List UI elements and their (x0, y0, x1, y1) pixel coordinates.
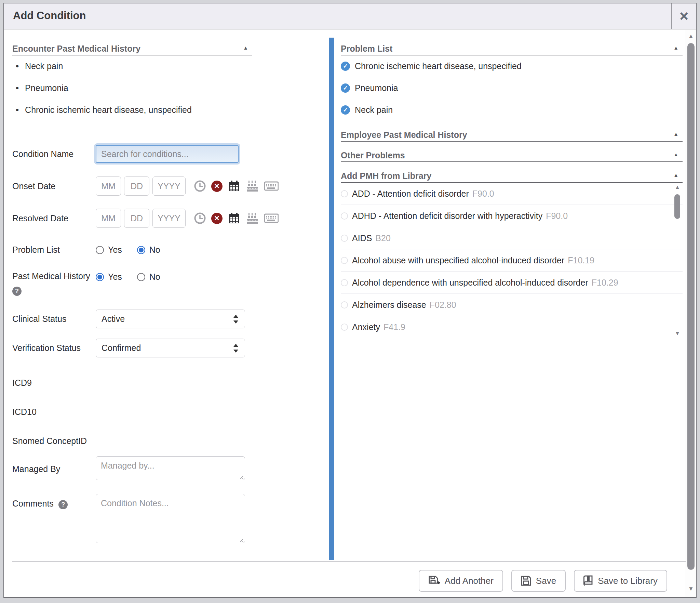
library-item[interactable]: Alzheimers disease F02.80 (341, 294, 683, 316)
help-icon[interactable]: ? (12, 287, 22, 296)
problem-item[interactable]: ✓ Neck pain (341, 99, 683, 121)
radio-unchecked-icon[interactable] (341, 190, 348, 197)
condition-search-input[interactable] (96, 145, 239, 163)
collapse-icon[interactable]: ▲ (673, 152, 678, 157)
library-item-code: B20 (375, 233, 390, 243)
other-problems-header[interactable]: Other Problems ▲ (341, 142, 683, 162)
add-another-label: Add Another (445, 576, 494, 586)
radio-unchecked-icon[interactable] (341, 257, 348, 264)
add-pmh-library-header[interactable]: Add PMH from Library ▲ (341, 162, 683, 183)
problem-list-yes-option[interactable]: Yes (96, 245, 122, 255)
x-glyph: ✕ (214, 182, 220, 190)
keyboard-icon[interactable] (264, 181, 279, 191)
clock-icon[interactable] (194, 212, 206, 224)
select-arrows-icon (233, 344, 239, 353)
library-item-name: Alcohol abuse with unspecified alcohol-i… (352, 255, 564, 265)
library-item[interactable]: ADHD - Attention deficit disorder with h… (341, 205, 683, 227)
problem-item-label: Chronic ischemic heart disease, unspecif… (355, 61, 522, 71)
verification-status-select[interactable]: Confirmed (96, 339, 245, 357)
scroll-down-icon[interactable]: ▼ (686, 586, 696, 592)
library-scrollbar[interactable]: ▲ ▼ (673, 184, 682, 337)
problem-list-title: Problem List (341, 44, 392, 53)
onset-month-input[interactable] (96, 176, 121, 196)
resolved-year-input[interactable] (152, 209, 186, 228)
collapse-icon[interactable]: ▲ (673, 45, 678, 51)
check-circle-icon: ✓ (341, 62, 350, 71)
library-item-name: Alcohol dependence with unspecified alco… (352, 278, 588, 288)
problem-item[interactable]: ✓ Chronic ischemic heart disease, unspec… (341, 55, 683, 77)
employee-pmh-header[interactable]: Employee Past Medical History ▲ (341, 121, 683, 142)
encounter-pmh-item: Chronic ischemic heart disease, unspecif… (25, 105, 192, 115)
radio-checked-icon[interactable] (96, 273, 104, 281)
condition-name-label: Condition Name (12, 149, 73, 159)
resolved-month-input[interactable] (96, 209, 121, 228)
save-to-library-button[interactable]: Save to Library (574, 570, 667, 592)
library-scrollbar-thumb[interactable] (674, 194, 680, 219)
pmh-no-option[interactable]: No (137, 272, 160, 282)
help-icon[interactable]: ? (58, 500, 68, 509)
problem-list-no-option[interactable]: No (137, 245, 160, 255)
clinical-status-select[interactable]: Active (96, 310, 245, 328)
scroll-up-icon[interactable]: ▲ (686, 33, 696, 40)
radio-label: No (149, 245, 160, 255)
radio-unchecked-icon[interactable] (341, 279, 348, 286)
collapse-icon[interactable]: ▲ (243, 45, 248, 51)
clear-date-icon[interactable]: ✕ (211, 181, 223, 192)
managed-by-textarea[interactable] (96, 456, 245, 480)
radio-unchecked-icon[interactable] (96, 246, 104, 254)
modal-header: Add Condition × (4, 3, 696, 29)
clear-date-icon[interactable]: ✕ (211, 213, 223, 224)
pmh-yes-option[interactable]: Yes (96, 272, 122, 282)
problem-list-header[interactable]: Problem List ▲ (341, 39, 683, 55)
save-button[interactable]: Save (511, 570, 566, 592)
bullet-icon: • (16, 105, 19, 115)
clock-icon[interactable] (194, 180, 206, 192)
onset-day-input[interactable] (124, 176, 149, 196)
radio-checked-icon[interactable] (137, 246, 145, 254)
radio-unchecked-icon[interactable] (341, 324, 348, 331)
onset-date-row: Onset Date ✕ (12, 176, 252, 196)
list-item: • Pneumonia (12, 77, 252, 99)
problem-item-label: Neck pain (355, 105, 393, 115)
icd9-row: ICD9 (12, 378, 252, 388)
birthday-cake-icon[interactable] (246, 180, 259, 192)
radio-unchecked-icon[interactable] (137, 273, 145, 281)
keyboard-icon[interactable] (264, 213, 279, 223)
comments-textarea[interactable] (96, 494, 245, 543)
bullet-icon: • (16, 61, 19, 71)
radio-label: Yes (108, 272, 122, 282)
resolved-date-icons: ✕ (194, 212, 279, 224)
add-pmh-library-title: Add PMH from Library (341, 171, 431, 181)
problem-list-row: Problem List Yes No (12, 245, 252, 255)
check-circle-icon: ✓ (341, 83, 350, 93)
save-plus-icon (428, 575, 440, 586)
library-item[interactable]: Alcohol dependence with unspecified alco… (341, 272, 683, 294)
birthday-cake-icon[interactable] (246, 212, 259, 224)
modal-scrollbar[interactable]: ▲ ▼ (686, 30, 696, 597)
library-item[interactable]: Alcohol abuse with unspecified alcohol-i… (341, 249, 683, 272)
library-item[interactable]: AIDS B20 (341, 227, 683, 249)
resolved-day-input[interactable] (124, 209, 149, 228)
add-another-button[interactable]: Add Another (419, 570, 503, 592)
calendar-icon[interactable] (228, 212, 240, 224)
onset-year-input[interactable] (152, 176, 186, 196)
scroll-down-icon[interactable]: ▼ (673, 330, 682, 337)
footer: Add Another Save Save to Library (4, 566, 686, 595)
collapse-icon[interactable]: ▲ (673, 131, 678, 137)
radio-unchecked-icon[interactable] (341, 301, 348, 309)
library-item-code: F10.29 (592, 278, 618, 288)
list-item: • Neck pain (12, 55, 252, 77)
scroll-up-icon[interactable]: ▲ (673, 184, 682, 191)
radio-unchecked-icon[interactable] (341, 235, 348, 242)
problem-item[interactable]: ✓ Pneumonia (341, 77, 683, 99)
save-label: Save (536, 576, 556, 586)
close-button[interactable]: × (671, 3, 696, 29)
library-item[interactable]: ADD - Attention deficit disorder F90.0 (341, 183, 683, 205)
calendar-icon[interactable] (228, 180, 240, 192)
encounter-pmh-header[interactable]: Encounter Past Medical History ▲ (12, 39, 252, 55)
collapse-icon[interactable]: ▲ (673, 172, 678, 178)
radio-unchecked-icon[interactable] (341, 212, 348, 220)
library-item[interactable]: Anxiety F41.9 (341, 316, 683, 338)
save-to-library-label: Save to Library (598, 576, 658, 586)
modal-scrollbar-thumb[interactable] (687, 43, 695, 570)
